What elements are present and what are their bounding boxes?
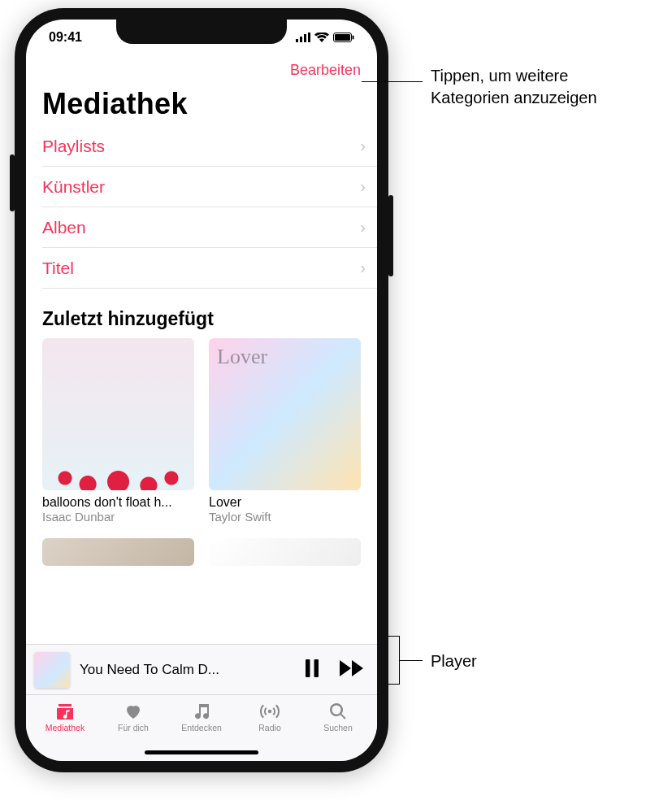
album-grid-peek xyxy=(26,538,377,566)
svg-rect-6 xyxy=(353,36,354,40)
tab-label: Entdecken xyxy=(181,723,222,733)
album-item[interactable]: balloons don't float h... Isaac Dunbar xyxy=(42,338,194,524)
category-playlists[interactable]: Playlists › xyxy=(42,126,377,167)
svg-rect-0 xyxy=(296,39,298,42)
phone-frame: 09:41 Bearbeiten Mediathek Playlists xyxy=(15,8,388,772)
mini-player-title: You Need To Calm D... xyxy=(80,662,294,678)
tab-label: Suchen xyxy=(323,723,353,733)
album-art xyxy=(209,338,361,490)
category-label: Titel xyxy=(42,259,74,278)
album-item[interactable] xyxy=(209,538,361,566)
chevron-right-icon: › xyxy=(360,259,366,277)
chevron-right-icon: › xyxy=(360,137,366,155)
cellular-icon xyxy=(296,33,310,42)
album-item[interactable] xyxy=(42,538,194,566)
page-title: Mediathek xyxy=(26,79,377,126)
svg-rect-1 xyxy=(300,37,302,42)
tab-search[interactable]: Suchen xyxy=(304,702,372,761)
pause-icon xyxy=(304,659,320,677)
mini-player[interactable]: You Need To Calm D... xyxy=(26,644,377,694)
next-track-button[interactable] xyxy=(340,659,364,680)
callout-edit: Tippen, um weitere Kategorien anzuzeigen xyxy=(431,65,597,109)
category-label: Alben xyxy=(42,218,86,237)
tab-label: Radio xyxy=(258,723,280,733)
search-icon xyxy=(327,702,349,721)
mini-player-art xyxy=(34,652,70,688)
edit-button[interactable]: Bearbeiten xyxy=(290,62,361,79)
album-art xyxy=(209,538,361,566)
callout-player: Player xyxy=(431,650,477,672)
radio-icon xyxy=(259,702,280,721)
album-artist: Taylor Swift xyxy=(209,510,361,524)
svg-point-9 xyxy=(268,710,271,713)
battery-icon xyxy=(333,33,354,42)
category-list: Playlists › Künstler › Alben › Titel › xyxy=(26,126,377,289)
chevron-right-icon: › xyxy=(360,218,366,237)
notch xyxy=(116,20,287,44)
tab-label: Mediathek xyxy=(46,723,85,733)
section-header-recent: Zuletzt hinzugefügt xyxy=(26,289,377,338)
svg-rect-2 xyxy=(304,34,306,42)
wifi-icon xyxy=(314,33,329,42)
category-label: Playlists xyxy=(42,137,105,156)
album-item[interactable]: Lover Taylor Swift xyxy=(209,338,361,524)
tab-library[interactable]: Mediathek xyxy=(31,702,99,761)
album-grid-recent: balloons don't float h... Isaac Dunbar L… xyxy=(26,338,377,524)
svg-rect-3 xyxy=(308,33,310,42)
album-art xyxy=(42,338,194,490)
forward-icon xyxy=(340,660,364,676)
album-title: balloons don't float h... xyxy=(42,495,194,510)
screen: 09:41 Bearbeiten Mediathek Playlists xyxy=(26,20,377,761)
svg-rect-7 xyxy=(306,659,310,677)
music-note-icon xyxy=(191,702,212,721)
album-artist: Isaac Dunbar xyxy=(42,510,194,524)
category-label: Künstler xyxy=(42,177,105,197)
home-indicator[interactable] xyxy=(145,750,258,754)
svg-rect-5 xyxy=(335,34,350,41)
pause-button[interactable] xyxy=(304,659,320,680)
tab-label: Für dich xyxy=(118,723,149,733)
chevron-right-icon: › xyxy=(360,177,366,196)
category-artists[interactable]: Künstler › xyxy=(42,167,377,207)
album-art xyxy=(42,538,194,566)
status-time: 09:41 xyxy=(49,30,82,45)
library-icon xyxy=(54,702,76,721)
category-songs[interactable]: Titel › xyxy=(42,248,377,289)
album-title: Lover xyxy=(209,495,361,510)
svg-rect-8 xyxy=(314,659,319,677)
category-albums[interactable]: Alben › xyxy=(42,207,377,248)
heart-icon xyxy=(123,702,144,721)
